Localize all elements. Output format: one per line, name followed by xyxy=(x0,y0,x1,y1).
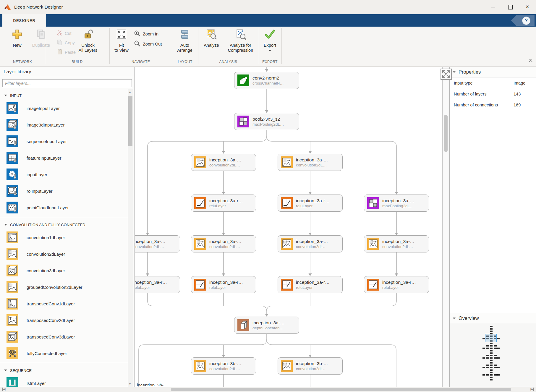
layer-item-transposedConv3dLayer[interactable]: transposedConv3dLayer xyxy=(0,328,128,345)
layer-node-convolution2dL[interactable]: inception_3a-…convolution2dL… xyxy=(191,235,256,252)
auto-arrange-button[interactable]: AutoArrange xyxy=(173,28,197,53)
layer-node-convolution2dL[interactable]: inception_3a-…convolution2dL… xyxy=(191,154,256,171)
layer-node-reluLayer[interactable]: inception_3a-r…reluLayer xyxy=(135,276,180,293)
duplicate-button[interactable]: Duplicate xyxy=(28,28,54,48)
collapse-left-panel-icon[interactable]: ◀ xyxy=(2,387,5,391)
layer-node-convolution2dL[interactable]: inception_3b-…convolution2dL… xyxy=(191,357,256,375)
node-type: convolution2dL… xyxy=(209,367,242,371)
close-button[interactable]: ✕ xyxy=(519,0,536,14)
layer-node-crossChannelN[interactable]: conv2-norm2crossChannelN… xyxy=(234,72,299,89)
node-type: convolution2dL… xyxy=(296,244,328,249)
layer-item-groupedConvolution2dLayer[interactable]: groupedConvolution2dLayer xyxy=(0,279,128,295)
section-header-sequence[interactable]: SEQUENCE xyxy=(0,364,128,375)
layer-item-fullyConnectedLayer[interactable]: fullyConnectedLayer xyxy=(0,345,128,362)
section-header-input[interactable]: INPUT xyxy=(0,89,128,100)
node-type: depthConcaten… xyxy=(252,326,285,330)
conv-node-icon xyxy=(194,156,206,168)
layer-item-transposedConv1dLayer[interactable]: transposedConv1dLayer xyxy=(0,295,128,312)
section-header-convolution-and-fully-connected[interactable]: CONVOLUTION AND FULLY CONNECTED xyxy=(0,218,128,229)
layer-node-convolution2dL[interactable]: inception_3a-…convolution2dL… xyxy=(135,235,180,252)
layer-node-convolution2dL[interactable]: inception_3a-…convolution2dL… xyxy=(364,235,429,252)
node-type: convolution2dL… xyxy=(296,367,328,371)
layer-item-label: imageInputLayer xyxy=(27,106,60,111)
fit-to-view-button[interactable]: Fitto View xyxy=(111,28,132,53)
layer-item-image3dInputLayer[interactable]: image3dInputLayer xyxy=(0,116,128,133)
node-type: reluLayer xyxy=(382,285,416,290)
section-collapse-icon xyxy=(4,95,7,96)
ribbon-group-label-layout: LAYOUT xyxy=(178,60,192,64)
duplicate-button-icon xyxy=(35,28,47,41)
export-button-label: Export xyxy=(264,43,276,48)
zoom-out-button[interactable]: Zoom Out xyxy=(134,40,166,48)
layer-node-convolution2dL[interactable]: inception_3a-…convolution2dL… xyxy=(278,154,343,171)
collapse-right-panel-icon[interactable]: ▶ xyxy=(531,387,534,391)
relu-node-icon xyxy=(367,279,379,291)
depthcat-node-icon xyxy=(237,319,249,331)
scroll-down-icon[interactable]: ▼ xyxy=(129,383,131,385)
minimize-button[interactable] xyxy=(485,0,502,14)
layer-item-featureInputLayer[interactable]: featureInputLayer xyxy=(0,150,128,166)
zoom-in-button[interactable]: Zoom In xyxy=(134,30,166,38)
layer-node-depthConcaten[interactable]: inception_3a-…depthConcaten… xyxy=(234,317,299,334)
layer-item-label: groupedConvolution2dLayer xyxy=(27,285,82,290)
tab-designer[interactable]: DESIGNER xyxy=(2,14,46,27)
unlock-all-layers-button[interactable]: UnlockAll Layers xyxy=(74,28,102,53)
expand-canvas-icon[interactable] xyxy=(441,69,452,80)
close-icon: ✕ xyxy=(525,5,529,9)
layer-item-label: featureInputLayer xyxy=(27,155,61,161)
layer-item-pointCloudInputLayer[interactable]: pointCloudInputLayer xyxy=(0,199,128,216)
window-title: Deep Network Designer xyxy=(14,4,63,10)
layer-item-sequenceInputLayer[interactable]: sequenceInputLayer xyxy=(0,133,128,150)
layer-item-lstmLayer[interactable]: lstmLayer xyxy=(0,375,128,387)
layer-node-maxPooling2dL[interactable]: inception_3a-…maxPooling2dL… xyxy=(364,195,429,212)
node-title: inception_3a-r… xyxy=(135,280,167,285)
layer-node-convolution2dL[interactable]: inception_3a-…convolution2dL… xyxy=(278,235,343,252)
layer-node-maxPooling2dL[interactable]: pool2-3x3_s2maxPooling2dL… xyxy=(234,113,299,130)
layer-node-reluLayer[interactable]: inception_3a-r…reluLayer xyxy=(278,276,343,293)
network-canvas[interactable]: conv2-norm2crossChannelN… pool2-3x3_s2ma… xyxy=(135,67,443,387)
canvas-hscrollbar-thumb[interactable] xyxy=(171,388,511,391)
node-title: pool2-3x3_s2 xyxy=(252,116,284,122)
analyze-button[interactable]: Analyze xyxy=(200,28,223,48)
help-icon: ? xyxy=(522,17,530,25)
sidebar-scrollbar-thumb[interactable] xyxy=(128,96,132,146)
minimize-icon xyxy=(491,7,495,7)
matlab-logo-icon xyxy=(4,4,11,10)
layer-item-convolution1dLayer[interactable]: convolution1dLayer xyxy=(0,229,128,246)
layer-node-convolution2dL[interactable]: inception_3b-…convolution2dL… xyxy=(278,357,343,375)
layer-item-roiInputLayer[interactable]: roiInputLayer xyxy=(0,183,128,199)
node-title: conv2-norm2 xyxy=(252,75,284,81)
maximize-button[interactable] xyxy=(502,0,519,14)
new-button[interactable]: New xyxy=(6,28,28,48)
help-button[interactable]: ? xyxy=(511,15,535,26)
collapse-overview-icon[interactable] xyxy=(453,318,456,319)
layer-item-label: convolution3dLayer xyxy=(27,268,65,273)
canvas-vscrollbar-thumb[interactable] xyxy=(444,115,448,152)
maximize-icon xyxy=(508,5,513,9)
analyze-for-compression-button[interactable]: Analyze forCompression xyxy=(224,28,258,53)
sidebar-scrollbar[interactable]: ▲ ▼ xyxy=(128,89,133,387)
collapse-properties-icon[interactable] xyxy=(453,71,456,73)
scroll-up-icon[interactable]: ▲ xyxy=(129,90,131,93)
layer-node-reluLayer[interactable]: inception_3a-r…reluLayer xyxy=(278,195,343,212)
collapse-ribbon-icon[interactable] xyxy=(528,59,534,64)
export-button[interactable]: Export xyxy=(259,28,281,51)
node-title: inception_3a-… xyxy=(382,198,414,203)
node-title: inception_3a-… xyxy=(382,239,414,244)
analyze-for-compression-button-icon xyxy=(235,28,247,41)
bottom-scroll-strip: ◀ ▶ xyxy=(0,387,536,392)
layer-node-reluLayer[interactable]: inception_3a-r…reluLayer xyxy=(364,276,429,293)
overview-minimap[interactable] xyxy=(450,323,536,387)
export-dropdown-icon[interactable] xyxy=(268,50,271,51)
layer-item-convolution2dLayer[interactable]: convolution2dLayer xyxy=(0,246,128,262)
filter-layers-input[interactable] xyxy=(2,79,132,87)
ribbon-group-divider xyxy=(281,28,282,64)
new-button-icon xyxy=(11,28,23,41)
layer-item-convolution3dLayer[interactable]: convolution3dLayer xyxy=(0,262,128,279)
layer-node-reluLayer[interactable]: inception_3a-r…reluLayer xyxy=(191,276,256,293)
ribbon-group-divider xyxy=(45,28,45,64)
layer-node-reluLayer[interactable]: inception_3a-r…reluLayer xyxy=(191,195,256,212)
layer-item-inputLayer[interactable]: inputLayer xyxy=(0,166,128,183)
layer-item-imageInputLayer[interactable]: imageInputLayer xyxy=(0,100,128,116)
layer-item-transposedConv2dLayer[interactable]: transposedConv2dLayer xyxy=(0,312,128,328)
